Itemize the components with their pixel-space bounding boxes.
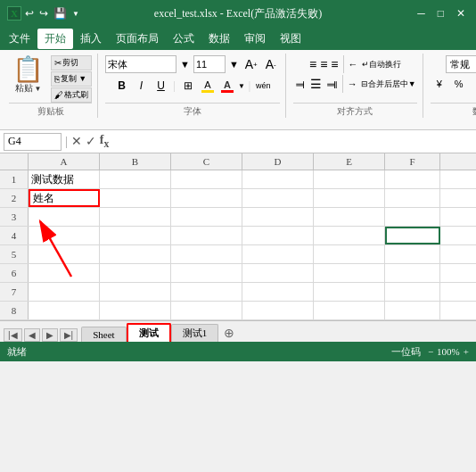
col-header-e[interactable]: E — [314, 153, 385, 170]
row-header-8[interactable]: 8 — [0, 302, 29, 319]
align-left-button[interactable]: ⫤ — [293, 76, 308, 92]
comma-button[interactable]: , — [470, 75, 476, 93]
cancel-formula-icon[interactable]: ✕ — [71, 134, 82, 149]
confirm-formula-icon[interactable]: ✓ — [86, 134, 96, 149]
cell-f3[interactable] — [385, 208, 440, 226]
align-center-button[interactable]: ☰ — [309, 76, 323, 92]
cell-a8[interactable] — [29, 302, 100, 319]
col-header-b[interactable]: B — [100, 153, 171, 170]
cell-f5[interactable] — [385, 245, 440, 263]
menu-view[interactable]: 视图 — [273, 29, 308, 49]
wrap-text-button[interactable]: ↵自动换行 — [361, 58, 402, 71]
cell-b1[interactable] — [100, 170, 171, 188]
cell-a6[interactable] — [29, 264, 100, 282]
menu-insert[interactable]: 插入 — [73, 29, 109, 49]
sheet-tab-test1[interactable]: 测试1 — [171, 324, 219, 342]
cut-button[interactable]: ✂ 剪切 — [51, 55, 92, 70]
align-right-button[interactable]: ⫥ — [324, 76, 339, 92]
menu-review[interactable]: 审阅 — [237, 29, 273, 49]
sheet-nav-prev[interactable]: ◀ — [24, 328, 40, 342]
zoom-out-icon[interactable]: − — [428, 346, 433, 357]
cell-d8[interactable] — [242, 302, 314, 319]
cell-c7[interactable] — [171, 283, 242, 301]
cell-a5[interactable] — [29, 245, 100, 263]
sheet-nav-first[interactable]: |◀ — [4, 328, 22, 342]
cell-f2[interactable] — [385, 189, 440, 207]
sheet-tab-test[interactable]: 测试 — [127, 323, 171, 342]
name-box[interactable]: G4 — [4, 133, 62, 151]
sheet-nav-next[interactable]: ▶ — [42, 328, 58, 342]
row-header-2[interactable]: 2 — [0, 189, 29, 207]
cell-a4[interactable] — [29, 227, 100, 244]
underline-button[interactable]: U — [152, 77, 170, 95]
number-format-select[interactable]: 常规 数字 货币 文本 — [446, 55, 476, 73]
cell-c5[interactable] — [171, 245, 242, 263]
cell-d1[interactable] — [242, 170, 314, 188]
cell-c8[interactable] — [171, 302, 242, 319]
col-header-f[interactable]: F — [385, 153, 440, 170]
cell-d4[interactable] — [242, 227, 314, 244]
cell-f6[interactable] — [385, 264, 440, 282]
row-header-7[interactable]: 7 — [0, 283, 29, 301]
font-color-dropdown[interactable]: ▼ — [238, 82, 245, 90]
row-header-4[interactable]: 4 — [0, 227, 29, 244]
cell-c4[interactable] — [171, 227, 242, 244]
cell-c2[interactable] — [171, 189, 242, 207]
font-color-button[interactable]: A — [218, 77, 236, 95]
cell-e1[interactable] — [314, 170, 385, 188]
bold-button[interactable]: B — [113, 77, 131, 95]
cell-e4[interactable] — [314, 227, 385, 244]
cell-e2[interactable] — [314, 189, 385, 207]
menu-home[interactable]: 开始 — [37, 29, 73, 49]
redo-icon[interactable]: ↪ — [39, 7, 48, 21]
align-top-left-button[interactable]: ≡ — [308, 56, 317, 72]
cell-f7[interactable] — [385, 283, 440, 301]
cell-e3[interactable] — [314, 208, 385, 226]
indent-increase-button[interactable]: → — [347, 78, 358, 90]
cell-a2[interactable]: 姓名 — [29, 189, 100, 207]
cell-f8[interactable] — [385, 302, 440, 319]
border-button[interactable]: ⊞ — [179, 77, 197, 95]
merge-center-button[interactable]: ⊟合并后居中▼ — [360, 78, 417, 91]
col-header-a[interactable]: A — [29, 153, 100, 170]
sheet-nav-last[interactable]: ▶| — [60, 328, 78, 342]
sheet-tab-sheet[interactable]: Sheet — [81, 327, 126, 342]
cell-e8[interactable] — [314, 302, 385, 319]
cell-f4[interactable] — [385, 227, 440, 244]
cell-e6[interactable] — [314, 264, 385, 282]
cell-d3[interactable] — [242, 208, 314, 226]
copy-button[interactable]: ⎘ 复制 ▼ — [51, 71, 92, 87]
cell-b2[interactable] — [100, 189, 171, 207]
align-top-center-button[interactable]: ≡ — [319, 56, 328, 72]
cell-c1[interactable] — [171, 170, 242, 188]
cell-d7[interactable] — [242, 283, 314, 301]
cell-a3[interactable] — [29, 208, 100, 226]
cell-b3[interactable] — [100, 208, 171, 226]
cell-b6[interactable] — [100, 264, 171, 282]
cell-b8[interactable] — [100, 302, 171, 319]
add-sheet-button[interactable]: ⊕ — [218, 324, 240, 342]
cell-b7[interactable] — [100, 283, 171, 301]
close-button[interactable]: ✕ — [453, 7, 469, 21]
wubi-button[interactable]: wén — [254, 77, 272, 95]
cell-d2[interactable] — [242, 189, 314, 207]
col-header-d[interactable]: D — [242, 153, 314, 170]
paste-button[interactable]: 📋 粘贴 ▼ — [9, 55, 47, 96]
cell-f1[interactable] — [385, 170, 440, 188]
row-header-1[interactable]: 1 — [0, 170, 29, 188]
save-icon[interactable]: 💾 — [53, 7, 67, 21]
format-painter-button[interactable]: 🖌 格式刷 — [51, 87, 92, 103]
decrease-font-button[interactable]: A- — [262, 55, 280, 73]
undo-icon[interactable]: ↩ — [25, 7, 34, 21]
percent-button[interactable]: % — [450, 75, 468, 93]
restore-button[interactable]: □ — [434, 7, 447, 21]
font-name-input[interactable] — [105, 55, 176, 73]
menu-page-layout[interactable]: 页面布局 — [109, 29, 166, 49]
align-top-right-button[interactable]: ≡ — [330, 56, 339, 72]
italic-button[interactable]: I — [133, 77, 151, 95]
cell-d6[interactable] — [242, 264, 314, 282]
cell-b4[interactable] — [100, 227, 171, 244]
cell-e5[interactable] — [314, 245, 385, 263]
cell-e7[interactable] — [314, 283, 385, 301]
font-size-input[interactable] — [193, 55, 226, 73]
